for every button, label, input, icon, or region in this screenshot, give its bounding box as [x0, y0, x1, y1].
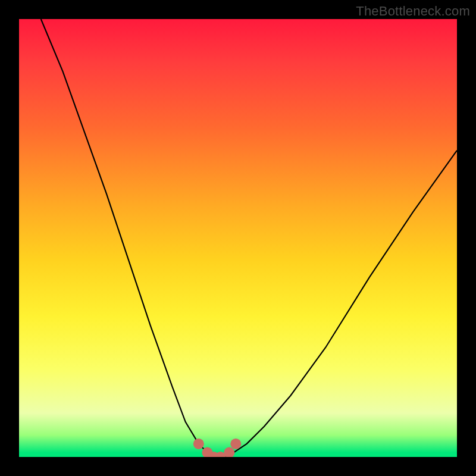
chart-frame: TheBottleneck.com [0, 0, 476, 476]
curve-layer [19, 19, 457, 457]
trough-marker [230, 439, 241, 449]
plot-area [19, 19, 457, 457]
bottleneck-curve [41, 19, 457, 457]
trough-marker [193, 439, 204, 449]
watermark-text: TheBottleneck.com [356, 4, 470, 19]
trough-marker [224, 447, 234, 457]
trough-markers [193, 439, 242, 457]
